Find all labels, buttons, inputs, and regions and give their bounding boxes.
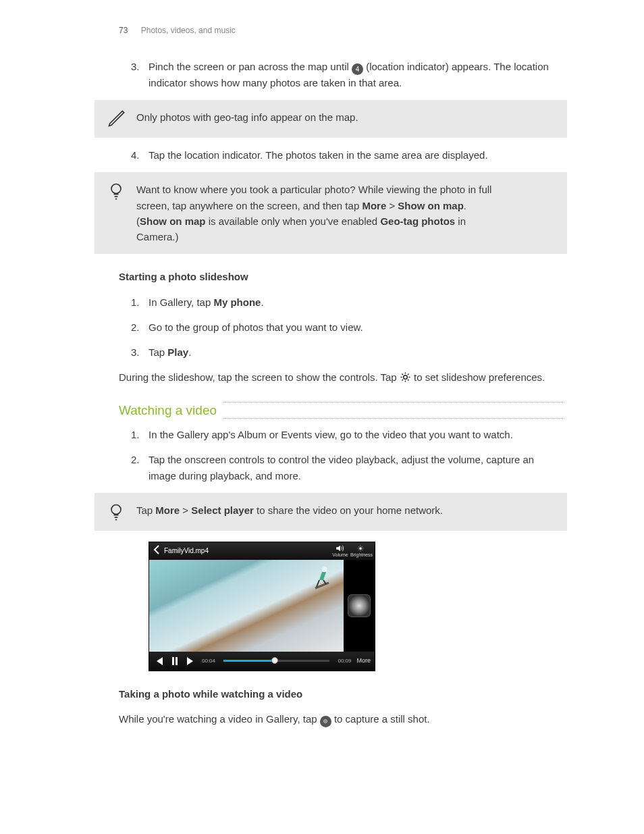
list-item: 1. In the Gallery app's Album or Events … bbox=[149, 427, 563, 442]
more-button[interactable]: More bbox=[356, 656, 371, 666]
watching-steps: 1. In the Gallery app's Album or Events … bbox=[119, 427, 563, 484]
video-filename: FamilyVid.mp4 bbox=[164, 546, 330, 556]
time-total: 00:09 bbox=[338, 657, 351, 665]
steps-continued-2: 4. Tap the location indicator. The photo… bbox=[119, 147, 563, 163]
capture-button[interactable] bbox=[348, 594, 371, 617]
volume-button[interactable]: Volume bbox=[330, 545, 350, 557]
list-item: 2. Tap the onscreen controls to control … bbox=[149, 452, 563, 484]
video-frame bbox=[149, 560, 344, 652]
svg-point-1 bbox=[403, 375, 407, 380]
subheading-slideshow: Starting a photo slideshow bbox=[119, 269, 563, 284]
list-item: 3. Pinch the screen or pan across the ma… bbox=[149, 59, 563, 91]
taking-photo-text: While you're watching a video in Gallery… bbox=[119, 711, 563, 727]
tip-callout: Want to know where you took a particular… bbox=[95, 172, 567, 254]
lightbulb-icon bbox=[107, 182, 126, 201]
progress-bar[interactable] bbox=[223, 660, 329, 662]
video-player-screenshot: FamilyVid.mp4 Volume Brightness bbox=[149, 542, 375, 671]
gear-icon bbox=[400, 371, 411, 383]
svg-point-6 bbox=[325, 721, 326, 722]
list-item: 1. In Gallery, tap My phone. bbox=[149, 294, 563, 310]
chapter-title: Photos, videos, and music bbox=[141, 26, 236, 35]
progress-knob[interactable] bbox=[271, 657, 278, 664]
snowboarder-figure bbox=[313, 565, 331, 592]
pause-button[interactable] bbox=[169, 656, 180, 667]
next-button[interactable] bbox=[186, 656, 196, 667]
list-item: 2. Go to the group of photos that you wa… bbox=[149, 319, 563, 335]
page-header: 73 Photos, videos, and music bbox=[0, 24, 644, 37]
video-area[interactable] bbox=[149, 560, 375, 652]
progress-fill bbox=[223, 660, 271, 662]
svg-point-2 bbox=[111, 504, 121, 514]
back-icon[interactable] bbox=[153, 545, 160, 558]
slideshow-steps: 1. In Gallery, tap My phone. 2. Go to th… bbox=[119, 294, 563, 361]
section-title: Watching a video bbox=[119, 400, 223, 420]
location-indicator-icon: 4 bbox=[352, 63, 363, 75]
page-number: 73 bbox=[119, 26, 128, 35]
list-item: 3. Tap Play. bbox=[149, 344, 563, 360]
brightness-button[interactable]: Brightness bbox=[350, 545, 371, 557]
svg-point-0 bbox=[111, 184, 121, 194]
svg-point-3 bbox=[359, 547, 362, 550]
lightbulb-icon bbox=[107, 502, 126, 521]
player-controls: 00:04 00:09 More bbox=[149, 652, 375, 671]
note-callout: Only photos with geo-tag info appear on … bbox=[95, 100, 567, 138]
prev-button[interactable] bbox=[153, 656, 164, 667]
player-topbar: FamilyVid.mp4 Volume Brightness bbox=[149, 542, 375, 560]
tip-callout-2: Tap More > Select player to share the vi… bbox=[95, 493, 567, 531]
list-item: 4. Tap the location indicator. The photo… bbox=[149, 147, 563, 163]
time-current: 00:04 bbox=[202, 657, 215, 665]
slideshow-note: During the slideshow, tap the screen to … bbox=[119, 369, 563, 385]
svg-point-4 bbox=[322, 567, 327, 572]
subheading-taking-photo: Taking a photo while watching a video bbox=[119, 686, 563, 702]
pen-icon bbox=[107, 109, 126, 128]
capture-icon bbox=[320, 716, 331, 727]
section-watching-video: Watching a video bbox=[119, 400, 563, 420]
capture-sidebar bbox=[344, 560, 375, 652]
steps-continued: 3. Pinch the screen or pan across the ma… bbox=[119, 59, 563, 91]
